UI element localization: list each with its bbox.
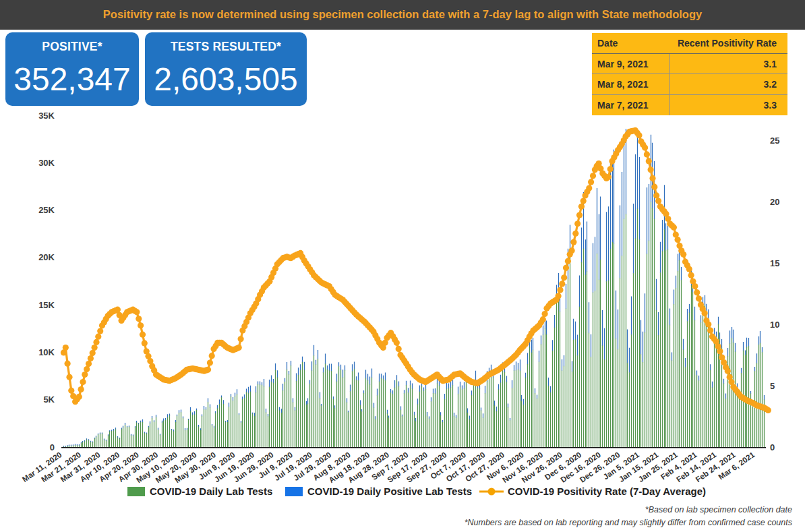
svg-text:20K: 20K [38, 252, 55, 262]
svg-text:10K: 10K [38, 347, 55, 357]
svg-text:0: 0 [770, 442, 775, 452]
svg-text:20: 20 [770, 197, 779, 207]
svg-text:15K: 15K [38, 300, 55, 310]
svg-text:10: 10 [770, 320, 779, 330]
svg-text:35K: 35K [38, 111, 55, 121]
svg-text:30K: 30K [38, 158, 55, 168]
svg-text:0: 0 [50, 442, 55, 452]
svg-text:15: 15 [770, 258, 779, 268]
svg-text:25K: 25K [38, 205, 55, 215]
svg-text:5K: 5K [43, 394, 55, 405]
svg-text:25: 25 [770, 136, 779, 146]
svg-text:5: 5 [770, 381, 775, 391]
